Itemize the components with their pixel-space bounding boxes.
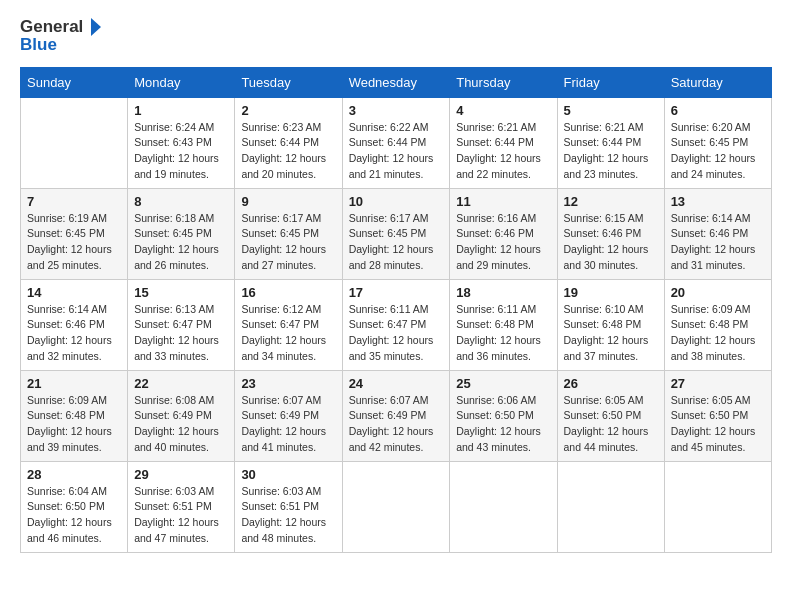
calendar-cell	[557, 461, 664, 552]
day-number: 3	[349, 103, 444, 118]
day-info: Sunrise: 6:11 AM Sunset: 6:47 PM Dayligh…	[349, 302, 444, 365]
day-info: Sunrise: 6:17 AM Sunset: 6:45 PM Dayligh…	[241, 211, 335, 274]
calendar-cell: 2Sunrise: 6:23 AM Sunset: 6:44 PM Daylig…	[235, 97, 342, 188]
day-number: 17	[349, 285, 444, 300]
day-info: Sunrise: 6:14 AM Sunset: 6:46 PM Dayligh…	[671, 211, 765, 274]
calendar-cell: 23Sunrise: 6:07 AM Sunset: 6:49 PM Dayli…	[235, 370, 342, 461]
weekday-header: Thursday	[450, 67, 557, 97]
calendar-cell	[450, 461, 557, 552]
day-info: Sunrise: 6:13 AM Sunset: 6:47 PM Dayligh…	[134, 302, 228, 365]
day-info: Sunrise: 6:08 AM Sunset: 6:49 PM Dayligh…	[134, 393, 228, 456]
calendar-cell: 1Sunrise: 6:24 AM Sunset: 6:43 PM Daylig…	[128, 97, 235, 188]
day-info: Sunrise: 6:23 AM Sunset: 6:44 PM Dayligh…	[241, 120, 335, 183]
calendar-cell: 6Sunrise: 6:20 AM Sunset: 6:45 PM Daylig…	[664, 97, 771, 188]
calendar-cell: 22Sunrise: 6:08 AM Sunset: 6:49 PM Dayli…	[128, 370, 235, 461]
day-info: Sunrise: 6:20 AM Sunset: 6:45 PM Dayligh…	[671, 120, 765, 183]
logo: General Blue	[20, 16, 103, 55]
calendar-cell: 3Sunrise: 6:22 AM Sunset: 6:44 PM Daylig…	[342, 97, 450, 188]
day-number: 6	[671, 103, 765, 118]
weekday-header: Friday	[557, 67, 664, 97]
day-number: 12	[564, 194, 658, 209]
day-number: 20	[671, 285, 765, 300]
day-number: 8	[134, 194, 228, 209]
day-number: 18	[456, 285, 550, 300]
day-number: 10	[349, 194, 444, 209]
day-number: 29	[134, 467, 228, 482]
logo-arrow-icon	[85, 16, 103, 38]
day-number: 9	[241, 194, 335, 209]
day-number: 5	[564, 103, 658, 118]
logo-blue-text: Blue	[20, 36, 103, 55]
calendar-cell: 19Sunrise: 6:10 AM Sunset: 6:48 PM Dayli…	[557, 279, 664, 370]
day-number: 27	[671, 376, 765, 391]
day-info: Sunrise: 6:07 AM Sunset: 6:49 PM Dayligh…	[349, 393, 444, 456]
weekday-header: Sunday	[21, 67, 128, 97]
weekday-header: Saturday	[664, 67, 771, 97]
calendar-cell: 21Sunrise: 6:09 AM Sunset: 6:48 PM Dayli…	[21, 370, 128, 461]
weekday-header: Tuesday	[235, 67, 342, 97]
calendar-cell: 14Sunrise: 6:14 AM Sunset: 6:46 PM Dayli…	[21, 279, 128, 370]
day-info: Sunrise: 6:18 AM Sunset: 6:45 PM Dayligh…	[134, 211, 228, 274]
calendar-cell: 24Sunrise: 6:07 AM Sunset: 6:49 PM Dayli…	[342, 370, 450, 461]
day-number: 4	[456, 103, 550, 118]
logo-container: General Blue	[20, 16, 103, 55]
calendar-cell: 26Sunrise: 6:05 AM Sunset: 6:50 PM Dayli…	[557, 370, 664, 461]
day-number: 1	[134, 103, 228, 118]
calendar-cell	[21, 97, 128, 188]
day-number: 13	[671, 194, 765, 209]
calendar-cell: 7Sunrise: 6:19 AM Sunset: 6:45 PM Daylig…	[21, 188, 128, 279]
day-info: Sunrise: 6:24 AM Sunset: 6:43 PM Dayligh…	[134, 120, 228, 183]
calendar-cell: 25Sunrise: 6:06 AM Sunset: 6:50 PM Dayli…	[450, 370, 557, 461]
weekday-header: Wednesday	[342, 67, 450, 97]
calendar-cell: 13Sunrise: 6:14 AM Sunset: 6:46 PM Dayli…	[664, 188, 771, 279]
calendar-cell: 16Sunrise: 6:12 AM Sunset: 6:47 PM Dayli…	[235, 279, 342, 370]
calendar-cell: 30Sunrise: 6:03 AM Sunset: 6:51 PM Dayli…	[235, 461, 342, 552]
calendar-cell: 9Sunrise: 6:17 AM Sunset: 6:45 PM Daylig…	[235, 188, 342, 279]
day-number: 23	[241, 376, 335, 391]
calendar-cell: 8Sunrise: 6:18 AM Sunset: 6:45 PM Daylig…	[128, 188, 235, 279]
day-info: Sunrise: 6:10 AM Sunset: 6:48 PM Dayligh…	[564, 302, 658, 365]
day-number: 14	[27, 285, 121, 300]
day-number: 28	[27, 467, 121, 482]
day-number: 24	[349, 376, 444, 391]
calendar-cell: 28Sunrise: 6:04 AM Sunset: 6:50 PM Dayli…	[21, 461, 128, 552]
calendar-cell: 27Sunrise: 6:05 AM Sunset: 6:50 PM Dayli…	[664, 370, 771, 461]
day-info: Sunrise: 6:05 AM Sunset: 6:50 PM Dayligh…	[564, 393, 658, 456]
svg-marker-0	[91, 18, 101, 36]
day-number: 25	[456, 376, 550, 391]
calendar-cell: 17Sunrise: 6:11 AM Sunset: 6:47 PM Dayli…	[342, 279, 450, 370]
day-info: Sunrise: 6:15 AM Sunset: 6:46 PM Dayligh…	[564, 211, 658, 274]
page-header: General Blue	[20, 16, 772, 55]
day-number: 30	[241, 467, 335, 482]
calendar-cell: 5Sunrise: 6:21 AM Sunset: 6:44 PM Daylig…	[557, 97, 664, 188]
calendar-cell: 29Sunrise: 6:03 AM Sunset: 6:51 PM Dayli…	[128, 461, 235, 552]
day-info: Sunrise: 6:09 AM Sunset: 6:48 PM Dayligh…	[671, 302, 765, 365]
day-number: 26	[564, 376, 658, 391]
day-number: 15	[134, 285, 228, 300]
day-info: Sunrise: 6:03 AM Sunset: 6:51 PM Dayligh…	[241, 484, 335, 547]
day-info: Sunrise: 6:05 AM Sunset: 6:50 PM Dayligh…	[671, 393, 765, 456]
day-info: Sunrise: 6:21 AM Sunset: 6:44 PM Dayligh…	[456, 120, 550, 183]
calendar-cell	[664, 461, 771, 552]
day-info: Sunrise: 6:03 AM Sunset: 6:51 PM Dayligh…	[134, 484, 228, 547]
calendar-cell: 4Sunrise: 6:21 AM Sunset: 6:44 PM Daylig…	[450, 97, 557, 188]
calendar-cell: 12Sunrise: 6:15 AM Sunset: 6:46 PM Dayli…	[557, 188, 664, 279]
day-info: Sunrise: 6:07 AM Sunset: 6:49 PM Dayligh…	[241, 393, 335, 456]
day-number: 2	[241, 103, 335, 118]
day-info: Sunrise: 6:09 AM Sunset: 6:48 PM Dayligh…	[27, 393, 121, 456]
weekday-header: Monday	[128, 67, 235, 97]
day-number: 21	[27, 376, 121, 391]
calendar-cell: 20Sunrise: 6:09 AM Sunset: 6:48 PM Dayli…	[664, 279, 771, 370]
day-info: Sunrise: 6:16 AM Sunset: 6:46 PM Dayligh…	[456, 211, 550, 274]
day-number: 22	[134, 376, 228, 391]
day-info: Sunrise: 6:11 AM Sunset: 6:48 PM Dayligh…	[456, 302, 550, 365]
day-info: Sunrise: 6:12 AM Sunset: 6:47 PM Dayligh…	[241, 302, 335, 365]
day-info: Sunrise: 6:04 AM Sunset: 6:50 PM Dayligh…	[27, 484, 121, 547]
calendar-cell: 18Sunrise: 6:11 AM Sunset: 6:48 PM Dayli…	[450, 279, 557, 370]
day-info: Sunrise: 6:17 AM Sunset: 6:45 PM Dayligh…	[349, 211, 444, 274]
day-info: Sunrise: 6:06 AM Sunset: 6:50 PM Dayligh…	[456, 393, 550, 456]
day-number: 7	[27, 194, 121, 209]
day-info: Sunrise: 6:19 AM Sunset: 6:45 PM Dayligh…	[27, 211, 121, 274]
calendar-cell	[342, 461, 450, 552]
day-number: 16	[241, 285, 335, 300]
